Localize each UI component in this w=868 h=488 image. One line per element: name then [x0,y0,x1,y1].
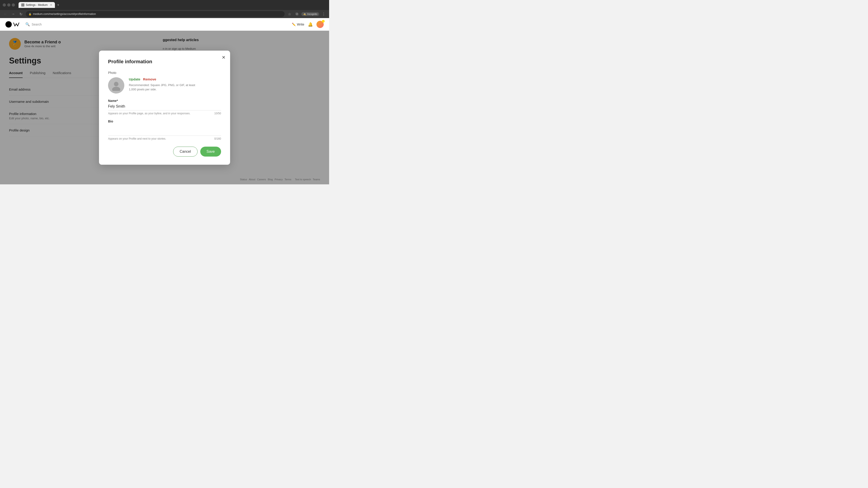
logo[interactable] [5,21,21,28]
modal-overlay: ✕ Profile information Photo [0,31,329,184]
address-bar: ← → ↻ 🔒 medium.com/me/settings/account#p… [0,10,329,18]
photo-label: Photo [108,71,221,74]
modal-title: Profile information [108,59,221,65]
photo-section: Photo Update Remove [108,71,221,94]
name-input[interactable]: Fely Smith [108,104,221,110]
update-photo-button[interactable]: Update [129,77,141,81]
bio-count: 0/160 [214,137,221,140]
browser-chrome: ─ □ ✕ Settings - Medium ✕ + [0,0,329,10]
url-text: medium.com/me/settings/account#profileIn… [33,12,96,15]
svg-point-1 [112,87,120,91]
bio-section: Bio Appears on your Profile and next to … [108,120,221,140]
photo-row: Update Remove Recommended: Square JPG, P… [108,77,221,94]
name-label: Name* [108,99,221,103]
search-bar[interactable]: 🔍 Search [25,22,41,26]
tab-title: Settings - Medium [26,3,48,6]
top-nav: 🔍 Search ✏️ Write 🔔 + [0,18,329,31]
modal-close-button[interactable]: ✕ [222,55,225,60]
search-icon: 🔍 [25,22,30,26]
write-button[interactable]: ✏️ Write [292,23,304,26]
profile-photo [108,77,124,94]
incognito-icon: 🕵 [303,13,306,15]
save-button[interactable]: Save [200,147,221,157]
tab-close-icon[interactable]: ✕ [50,3,52,6]
split-view-icon[interactable]: ⧉ [294,11,300,17]
notifications-icon[interactable]: 🔔 [308,22,313,27]
profile-information-modal: ✕ Profile information Photo [99,51,230,165]
name-count: 10/50 [214,112,221,115]
tab-bar: Settings - Medium ✕ + [17,2,327,8]
browser-actions: ☆ ⧉ 🕵 Incognito ⋮ [287,11,327,17]
bookmark-icon[interactable]: ☆ [287,11,292,17]
modal-footer: Cancel Save [108,147,221,157]
maximize-button[interactable]: □ [7,3,10,6]
remove-photo-button[interactable]: Remove [143,77,156,81]
incognito-badge: 🕵 Incognito [301,12,319,16]
nav-right: ✏️ Write 🔔 + [292,21,324,28]
reload-button[interactable]: ↻ [18,11,24,17]
write-label: Write [297,23,304,26]
logo-circle [5,21,12,28]
tab-favicon [21,3,24,6]
name-hint: Appears on your Profile page, as your by… [108,112,190,115]
main-content: 🏅 Become a Friend o Give 4x more to the … [0,31,329,184]
url-bar[interactable]: 🔒 medium.com/me/settings/account#profile… [26,11,285,17]
avatar[interactable]: + [316,21,324,28]
photo-action-buttons: Update Remove [129,77,197,81]
back-button[interactable]: ← [3,11,8,17]
svg-point-0 [114,82,119,86]
search-label: Search [32,23,41,26]
bio-label: Bio [108,120,221,123]
name-meta: Appears on your Profile page, as your by… [108,112,221,115]
logo-wordmark [13,22,21,27]
new-tab-button[interactable]: + [56,3,61,7]
pencil-icon: ✏️ [292,23,296,26]
close-button[interactable]: ✕ [12,3,15,6]
name-section: Name* Fely Smith Appears on your Profile… [108,99,221,115]
cancel-button[interactable]: Cancel [173,147,197,157]
minimize-button[interactable]: ─ [3,3,6,6]
lock-icon: 🔒 [29,13,32,15]
bio-hint: Appears on your Profile and next to your… [108,137,166,140]
bio-input[interactable] [108,125,221,136]
active-tab[interactable]: Settings - Medium ✕ [19,2,55,8]
photo-hint: Recommended: Square JPG, PNG, or GIF, at… [129,83,197,92]
incognito-label: Incognito [307,13,317,15]
forward-button[interactable]: → [10,11,16,17]
photo-actions: Update Remove Recommended: Square JPG, P… [129,77,197,92]
window-controls: ─ □ ✕ [3,3,15,6]
bio-meta: Appears on your Profile and next to your… [108,137,221,140]
menu-icon[interactable]: ⋮ [321,11,327,17]
page: 🔍 Search ✏️ Write 🔔 + 🏅 Become a Friend … [0,18,329,184]
avatar-plus-icon: + [322,20,324,23]
